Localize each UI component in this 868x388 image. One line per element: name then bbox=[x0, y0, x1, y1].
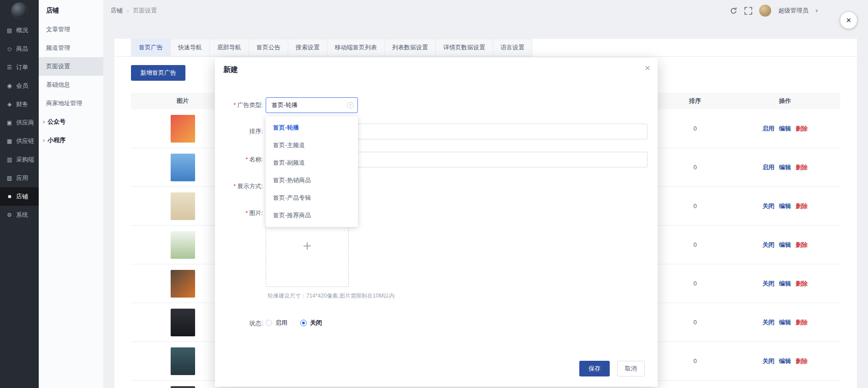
sidebar-item-label: 订单 bbox=[16, 63, 28, 72]
edit-link[interactable]: 编辑 bbox=[779, 241, 791, 248]
dropdown-option[interactable]: 首页-热销商品 bbox=[266, 172, 358, 189]
tab[interactable]: 列表数据设置 bbox=[385, 39, 436, 56]
delete-link[interactable]: 删除 bbox=[796, 164, 808, 171]
radio-enable[interactable]: 启用 bbox=[266, 319, 287, 327]
procurement-icon: ▥ bbox=[6, 156, 13, 163]
sidebar-item-label: 店铺 bbox=[16, 192, 28, 201]
sidebar-item-label: 系统 bbox=[16, 211, 28, 219]
product-image bbox=[171, 154, 195, 181]
sidebar-item[interactable]: ◉会员 bbox=[0, 77, 39, 95]
plus-icon: + bbox=[303, 238, 312, 255]
user-name[interactable]: 超级管理员 bbox=[778, 6, 808, 15]
ad-type-dropdown: 首页-轮播首页-主频道首页-副频道首页-热销商品首页-产品专辑首页-推荐商品 bbox=[266, 116, 358, 227]
edit-link[interactable]: 编辑 bbox=[779, 203, 791, 209]
sidebar-item[interactable]: ◇商品 bbox=[0, 40, 39, 58]
toggle-status-link[interactable]: 关闭 bbox=[762, 203, 774, 209]
action-cell: 关闭编辑删除 bbox=[730, 241, 840, 249]
submenu-group-label: 公众号 bbox=[48, 118, 65, 125]
sidebar-item[interactable]: ☰订单 bbox=[0, 58, 39, 77]
action-cell: 关闭编辑删除 bbox=[730, 280, 840, 288]
toggle-status-link[interactable]: 关闭 bbox=[762, 280, 774, 287]
ad-type-label: 广告类型: bbox=[217, 101, 263, 109]
submenu-item[interactable]: 基础信息 bbox=[39, 76, 103, 94]
product-image bbox=[171, 309, 195, 336]
sidebar-item-label: 概况 bbox=[16, 26, 28, 35]
clear-icon[interactable]: × bbox=[347, 102, 354, 108]
submenu-group[interactable]: ›公众号 bbox=[39, 113, 103, 131]
status-radio-group: 启用 关闭 bbox=[266, 319, 322, 327]
sidebar-item-label: 商品 bbox=[16, 45, 28, 53]
action-cell: 关闭编辑删除 bbox=[730, 357, 840, 365]
toggle-status-link[interactable]: 关闭 bbox=[762, 358, 774, 364]
overlay-close-button[interactable]: × bbox=[840, 12, 857, 29]
dropdown-option[interactable]: 首页-推荐商品 bbox=[266, 207, 358, 224]
sidebar-item-label: 会员 bbox=[16, 82, 28, 90]
submenu-item[interactable]: 频道管理 bbox=[39, 39, 103, 57]
sidebar-item[interactable]: ■店铺 bbox=[0, 187, 39, 206]
toggle-status-link[interactable]: 启用 bbox=[762, 164, 774, 171]
submenu-item[interactable]: 页面设置 bbox=[39, 57, 103, 76]
edit-link[interactable]: 编辑 bbox=[779, 164, 791, 171]
product-image bbox=[171, 192, 195, 220]
sort-cell: 0 bbox=[660, 319, 730, 326]
edit-link[interactable]: 编辑 bbox=[779, 125, 791, 132]
delete-link[interactable]: 删除 bbox=[796, 203, 808, 209]
submenu-item[interactable]: 文章管理 bbox=[39, 20, 103, 39]
system-icon: ⚙ bbox=[6, 212, 13, 218]
edit-link[interactable]: 编辑 bbox=[779, 319, 791, 326]
cancel-button[interactable]: 取消 bbox=[617, 361, 645, 376]
toggle-status-link[interactable]: 关闭 bbox=[762, 319, 774, 326]
tab[interactable]: 搜索设置 bbox=[288, 39, 327, 56]
chevron-right-icon: › bbox=[43, 137, 45, 143]
add-home-ad-button[interactable]: 新增首页广告 bbox=[131, 65, 185, 81]
sidebar-item-label: 财务 bbox=[16, 100, 28, 108]
radio-circle-icon bbox=[300, 320, 307, 326]
breadcrumb-root[interactable]: 店铺 bbox=[111, 6, 123, 15]
edit-link[interactable]: 编辑 bbox=[779, 280, 791, 287]
dropdown-option[interactable]: 首页-主频道 bbox=[266, 137, 358, 154]
sidebar-item[interactable]: ▣供应商 bbox=[0, 113, 39, 132]
sidebar-item[interactable]: ▦供应链 bbox=[0, 132, 39, 150]
tab[interactable]: 首页公告 bbox=[249, 39, 288, 56]
sidebar-item[interactable]: ▥采购端 bbox=[0, 150, 39, 169]
chevron-right-icon: › bbox=[43, 118, 45, 125]
modal-close-icon[interactable]: × bbox=[645, 62, 650, 73]
sidebar-item[interactable]: ◈财务 bbox=[0, 95, 39, 113]
sort-cell: 0 bbox=[660, 203, 730, 209]
sidebar-item-label: 应用 bbox=[16, 174, 28, 182]
tab[interactable]: 详情页数据设置 bbox=[436, 39, 493, 56]
modal-footer: 保存 取消 bbox=[579, 361, 645, 376]
toggle-status-link[interactable]: 关闭 bbox=[762, 241, 774, 248]
chevron-down-icon[interactable]: ∨ bbox=[815, 8, 818, 13]
submenu-item[interactable]: 商家地址管理 bbox=[39, 94, 103, 113]
ad-type-select[interactable]: 首页-轮播 × bbox=[266, 97, 358, 113]
dropdown-option[interactable]: 首页-副频道 bbox=[266, 154, 358, 172]
toggle-status-link[interactable]: 启用 bbox=[762, 125, 774, 132]
fullscreen-icon[interactable] bbox=[744, 7, 752, 15]
tab[interactable]: 快速导航 bbox=[171, 39, 210, 56]
delete-link[interactable]: 删除 bbox=[796, 358, 808, 364]
delete-link[interactable]: 删除 bbox=[796, 125, 808, 132]
sidebar-item[interactable]: ▧应用 bbox=[0, 169, 39, 187]
delete-link[interactable]: 删除 bbox=[796, 319, 808, 326]
tab[interactable]: 语言设置 bbox=[493, 39, 532, 56]
save-button[interactable]: 保存 bbox=[579, 361, 610, 376]
dropdown-option[interactable]: 首页-产品专辑 bbox=[266, 189, 358, 207]
submenu-sidebar: 店铺 文章管理频道管理页面设置基础信息商家地址管理›公众号›小程序 bbox=[39, 0, 103, 388]
submenu-group[interactable]: ›小程序 bbox=[39, 131, 103, 149]
user-avatar[interactable] bbox=[759, 5, 771, 17]
sidebar-item[interactable]: ▤概况 bbox=[0, 21, 39, 40]
app-logo[interactable] bbox=[11, 2, 28, 19]
delete-link[interactable]: 删除 bbox=[796, 280, 808, 287]
sidebar-item[interactable]: ⚙系统 bbox=[0, 206, 39, 224]
edit-link[interactable]: 编辑 bbox=[779, 358, 791, 364]
delete-link[interactable]: 删除 bbox=[796, 241, 808, 248]
product-image bbox=[171, 115, 195, 143]
product-image bbox=[171, 231, 195, 259]
radio-disable[interactable]: 关闭 bbox=[300, 319, 322, 327]
tab[interactable]: 移动端首页列表 bbox=[327, 39, 385, 56]
dropdown-option[interactable]: 首页-轮播 bbox=[266, 119, 358, 137]
tab[interactable]: 首页广告 bbox=[131, 39, 171, 56]
refresh-icon[interactable] bbox=[730, 7, 737, 15]
tab[interactable]: 底部导航 bbox=[210, 39, 249, 56]
